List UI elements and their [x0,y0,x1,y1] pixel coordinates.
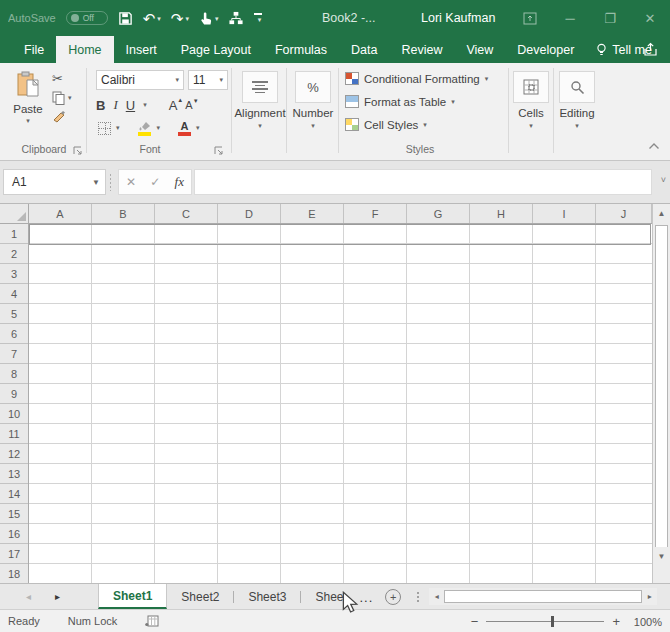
redo-button[interactable]: ↷▾ [171,11,189,26]
vertical-scrollbar-thumb[interactable] [655,225,668,550]
bold-button[interactable]: B [96,98,105,113]
new-sheet-button[interactable]: + [385,589,401,605]
zoom-slider-thumb[interactable] [551,616,554,627]
paste-dropdown-icon[interactable]: ▾ [26,117,30,125]
column-header-e[interactable]: E [281,204,344,223]
scroll-down-button[interactable]: ▼ [653,547,670,565]
tab-data[interactable]: Data [339,36,389,63]
row-header-18[interactable]: 18 [0,564,28,584]
undo-button[interactable]: ↶▾ [143,11,161,26]
font-dialog-launcher[interactable] [213,145,224,156]
horizontal-scrollbar[interactable]: ◂ ▸ [429,588,657,605]
tab-review[interactable]: Review [389,36,454,63]
editing-group-button[interactable]: Editing ▾ [556,71,598,130]
increase-font-button[interactable]: A▲ [169,98,178,113]
row-header-17[interactable]: 17 [0,544,28,564]
underline-dropdown-icon[interactable]: ▾ [143,101,147,109]
touch-mouse-mode-button[interactable]: ▾ [199,11,219,26]
column-header-i[interactable]: I [533,204,596,223]
undo-dropdown-icon[interactable]: ▾ [157,15,161,22]
zoom-in-button[interactable]: + [612,614,620,629]
tab-developer[interactable]: Developer [505,36,586,63]
cut-button[interactable]: ✂ [52,71,72,86]
close-button[interactable]: ✕ [630,0,670,36]
decrease-font-button[interactable]: A▼ [185,99,192,111]
copy-dropdown-icon[interactable]: ▾ [68,94,72,102]
row-header-6[interactable]: 6 [0,324,28,344]
tab-home[interactable]: Home [56,36,113,63]
cell-styles-button[interactable]: Cell Styles ▾ [345,118,427,131]
column-header-c[interactable]: C [155,204,218,223]
column-header-j[interactable]: J [596,204,652,223]
hierarchy-button[interactable] [228,11,244,26]
number-group-button[interactable]: % Number ▾ [290,71,336,130]
row-header-12[interactable]: 12 [0,444,28,464]
scroll-left-button[interactable]: ◂ [429,588,444,605]
tab-page-layout[interactable]: Page Layout [169,36,263,63]
expand-formula-bar-icon[interactable]: ˅ [661,175,666,185]
formula-input[interactable] [194,169,652,195]
borders-button[interactable] [98,122,111,135]
share-button[interactable] [643,36,660,63]
cells-group-button[interactable]: Cells ▾ [512,71,550,130]
minimize-button[interactable]: ─ [550,0,590,36]
row-header-7[interactable]: 7 [0,344,28,364]
tab-file[interactable]: File [12,36,56,63]
horizontal-scrollbar-thumb[interactable] [444,590,642,603]
column-header-h[interactable]: H [470,204,533,223]
row-header-15[interactable]: 15 [0,504,28,524]
column-header-g[interactable]: G [407,204,470,223]
sheet-tab-sheet2[interactable]: Sheet2 [167,584,233,609]
row-header-9[interactable]: 9 [0,384,28,404]
font-color-button[interactable]: A [178,121,191,136]
italic-button[interactable]: I [113,97,117,113]
format-painter-button[interactable] [52,110,72,123]
collapse-ribbon-button[interactable] [648,136,660,154]
scroll-right-button[interactable]: ▸ [642,588,657,605]
ribbon-display-options-button[interactable] [510,0,550,36]
name-box-dropdown-icon[interactable]: ▼ [87,178,105,187]
redo-dropdown-icon[interactable]: ▾ [185,15,189,22]
fill-color-button[interactable] [138,121,152,136]
row-header-3[interactable]: 3 [0,264,28,284]
tab-insert[interactable]: Insert [114,36,169,63]
font-size-combo[interactable]: 11▾ [188,70,228,90]
autosave-toggle[interactable]: Off [66,11,108,25]
zoom-level[interactable]: 100% [628,616,662,628]
column-header-b[interactable]: B [92,204,155,223]
zoom-slider[interactable] [486,621,604,622]
scroll-up-button[interactable]: ▲ [653,204,670,222]
paste-button[interactable]: Paste ▾ [8,71,48,125]
row-header-4[interactable]: 4 [0,284,28,304]
row-header-16[interactable]: 16 [0,524,28,544]
font-name-combo[interactable]: Calibri▾ [96,70,184,90]
sheet-tab-sheet1[interactable]: Sheet1 [98,584,167,609]
row-header-14[interactable]: 14 [0,484,28,504]
tab-formulas[interactable]: Formulas [263,36,339,63]
alignment-group-button[interactable]: Alignment ▾ [236,71,284,130]
macro-record-button[interactable] [145,615,159,627]
name-box[interactable]: A1 ▼ [3,169,106,195]
formula-bar-grip[interactable] [109,173,112,191]
vertical-scrollbar[interactable]: ▲ ▼ [652,204,670,583]
column-header-a[interactable]: A [29,204,92,223]
row-header-1[interactable]: 1 [0,224,28,244]
format-as-table-button[interactable]: Format as Table ▾ [345,95,455,108]
row-header-2[interactable]: 2 [0,244,28,264]
clipboard-dialog-launcher[interactable] [72,145,83,156]
enter-formula-button[interactable]: ✓ [150,175,160,189]
previous-sheet-button[interactable]: ◂ [26,591,31,602]
tab-view[interactable]: View [454,36,505,63]
row-header-5[interactable]: 5 [0,304,28,324]
row-header-11[interactable]: 11 [0,424,28,444]
font-color-dropdown-icon[interactable]: ▾ [196,124,200,132]
column-header-f[interactable]: F [344,204,407,223]
copy-button[interactable]: ▾ [52,91,72,105]
customize-qat-button[interactable]: ▾ [254,13,262,23]
insert-function-button[interactable]: fx [175,174,184,190]
sheet-tab-sheet3[interactable]: Sheet3 [234,584,300,609]
borders-dropdown-icon[interactable]: ▾ [116,124,120,132]
select-all-button[interactable] [0,204,29,224]
cells-area[interactable] [29,224,652,583]
column-header-d[interactable]: D [218,204,281,223]
